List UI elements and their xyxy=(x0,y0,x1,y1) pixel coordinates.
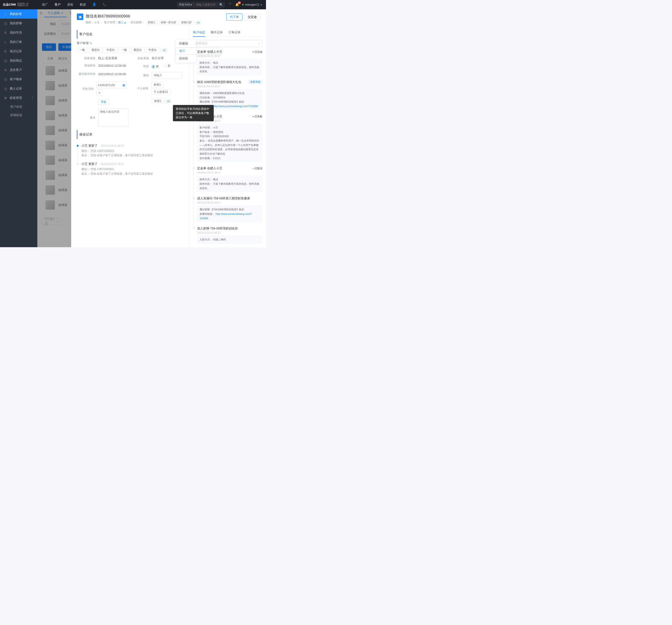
nav-qc[interactable]: 质检 xyxy=(67,3,73,7)
nav-customer[interactable]: 客户 xyxy=(55,3,61,7)
sb-friends[interactable]: ◷我的好友 xyxy=(0,9,37,19)
radio-male[interactable]: 男 xyxy=(152,65,159,69)
edit-tags-icon[interactable]: ✎ xyxy=(90,42,92,45)
customer-icon: ▣ xyxy=(77,14,83,20)
user-icon[interactable]: 👤 xyxy=(92,3,96,7)
topbar: 云朵CRM 教育机构一站式服务云平台 推广 客户 质检 数据 👤 📞 手机号码 … xyxy=(0,0,266,9)
deposit-button[interactable]: 交定金 xyxy=(244,14,260,21)
rtab-activity[interactable]: 客户动态 xyxy=(193,28,205,37)
search-icon[interactable]: 🔍 xyxy=(217,3,225,6)
drawer: ▣ 微信名称6789990000966 昵称：小王| 客户经理：张三 ▴| 所在… xyxy=(71,9,266,247)
mobile-icon[interactable]: 📱 xyxy=(228,3,232,6)
sb-students[interactable]: ⚲我的学员 xyxy=(0,28,37,37)
sb-tags[interactable]: ⚙标签管理˄ xyxy=(0,93,37,103)
wechat-input[interactable] xyxy=(152,72,182,79)
drawer-title: 微信名称6789990000966 xyxy=(86,14,224,19)
log-item: 小王 更新了 2021/01/30 01:38:27微信： 空值-1367218… xyxy=(77,144,184,158)
section-log: 修改记录 xyxy=(77,130,184,139)
ptag-more[interactable]: +4 xyxy=(165,99,171,103)
tag[interactable]: 高意向 xyxy=(89,47,102,53)
top-nav: 推广 客户 质检 数据 👤 📞 xyxy=(42,3,106,7)
group-tag[interactable]: 群聊三 xyxy=(146,20,157,25)
chevron-up-icon: ˄ xyxy=(32,97,33,99)
manager-dropdown: 师馨薇 张三✓ 俱保咏 xyxy=(176,40,196,62)
tag[interactable]: 一般 xyxy=(119,47,129,53)
dd-item[interactable]: 张三✓ xyxy=(176,48,222,55)
lookup-icon[interactable]: ▦ xyxy=(122,83,125,87)
sb-products[interactable]: ◳我的商品 xyxy=(0,56,37,65)
dd-item[interactable]: 师馨薇 xyxy=(176,40,196,48)
tag-more[interactable]: +4 xyxy=(161,48,167,52)
bell-icon[interactable]: 🔔5 xyxy=(235,3,239,6)
rtab-chat[interactable]: 聊天记录 xyxy=(211,28,223,37)
phone-label[interactable]: 手机 xyxy=(98,99,109,105)
feed-item: 加入群聊 759-59班理财训练营 2021/01/30 01:38:27 入群… xyxy=(193,226,262,244)
user-menu[interactable]: manager11▾ xyxy=(242,3,262,6)
ptag[interactable]: 标签1 xyxy=(151,82,164,88)
section-info: 客户信息 xyxy=(77,30,184,39)
tag[interactable]: 一般 xyxy=(77,47,88,53)
dd-item[interactable]: 俱保咏 xyxy=(176,55,196,62)
manager-select[interactable]: 张三 ▴ xyxy=(118,21,126,24)
sb-delete[interactable]: ◫删人记录 xyxy=(0,84,37,93)
nav-data[interactable]: 数据 xyxy=(80,3,86,7)
copy-icon[interactable]: ⧉ xyxy=(96,90,102,96)
search[interactable]: 手机号码 ▾ 🔍 xyxy=(177,2,225,8)
activity-filter[interactable]: 全部动态▾ xyxy=(193,40,262,47)
rtab-orders[interactable]: 订单记录 xyxy=(229,28,241,37)
sb-calls[interactable]: ✆电话记录 xyxy=(0,47,37,56)
group-tag[interactable]: 群聊一群大群 xyxy=(159,20,178,25)
sb-groups[interactable]: ◫我的群聊 xyxy=(0,19,37,28)
order-button[interactable]: 代下单 xyxy=(226,14,242,21)
tag[interactable]: 高意向 xyxy=(131,47,144,53)
sb-orders[interactable]: ⎌我的订单 xyxy=(0,37,37,47)
tag[interactable]: 中意向 xyxy=(146,47,159,53)
sb-cust-tags[interactable]: 客户标签 xyxy=(0,103,37,111)
feed-item: 定金单 创建人小王已取消 2020/01/30 01:38:27 跟单方式： 电… xyxy=(193,166,262,192)
ptag[interactable]: 标签1 xyxy=(152,98,164,104)
feed-item: 报名单 创建人小王已失败 2020/01/30 01:38:27 客户经理： 小… xyxy=(193,115,262,162)
sidebar: ◷我的好友 ◫我的群聊 ⚲我的学员 ⎌我的订单 ✆电话记录 ◳我的商品 ⟲流失客… xyxy=(0,9,37,247)
group-more[interactable]: +4 xyxy=(195,21,201,24)
remark-input[interactable] xyxy=(98,108,128,127)
phone-tooltip: 查询到此手机号码在系统中已存在，可以将两条客户数据合并为一条 xyxy=(173,105,214,121)
nav-promo[interactable]: 推广 xyxy=(42,3,48,7)
detail-button[interactable]: 查看详情 xyxy=(248,80,262,84)
phone-input[interactable]: 13241672152▦ xyxy=(96,82,127,89)
feed-item: 进入直播间 759-59班第三期理财直播课 2021/01/30 01:38:2… xyxy=(193,196,262,222)
radio-female[interactable]: 女 xyxy=(163,64,171,68)
check-icon: ✓ xyxy=(216,49,219,53)
sb-lost[interactable]: ⟲流失客户 xyxy=(0,65,37,75)
search-input[interactable] xyxy=(194,3,217,6)
ptag[interactable]: 个人标签12 xyxy=(151,89,171,95)
search-type[interactable]: 手机号码 ▾ xyxy=(177,3,194,7)
log-item: 小王 更新了 2021/01/30 01:38:27微信： 空值-1367218… xyxy=(77,162,184,176)
phone-icon[interactable]: 📞 xyxy=(103,3,106,7)
sb-inherit[interactable]: ◫客户继承 xyxy=(0,75,37,84)
group-tag[interactable]: 群聊六群 xyxy=(180,20,193,25)
sb-grp-tags[interactable]: 群聊标签 xyxy=(0,111,37,119)
tag[interactable]: 中意向 xyxy=(104,47,117,53)
logo: 云朵CRM 教育机构一站式服务云平台 xyxy=(0,3,37,7)
